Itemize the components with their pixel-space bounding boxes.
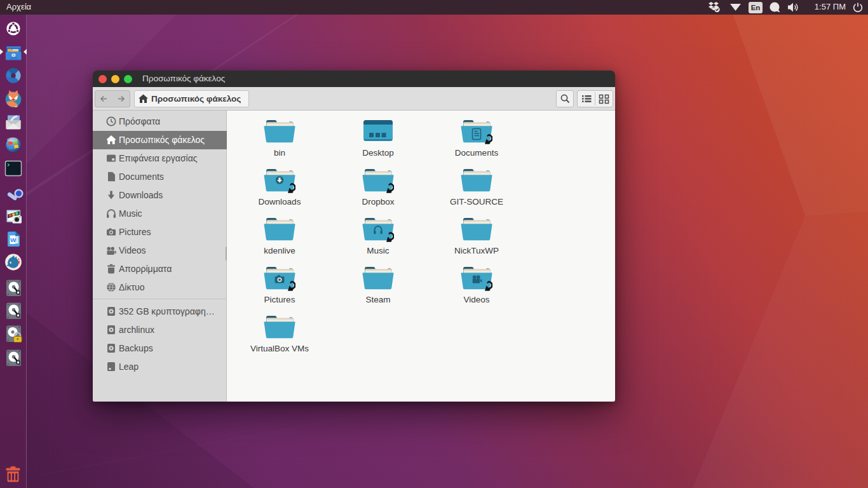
svg-text:W: W: [10, 236, 16, 243]
